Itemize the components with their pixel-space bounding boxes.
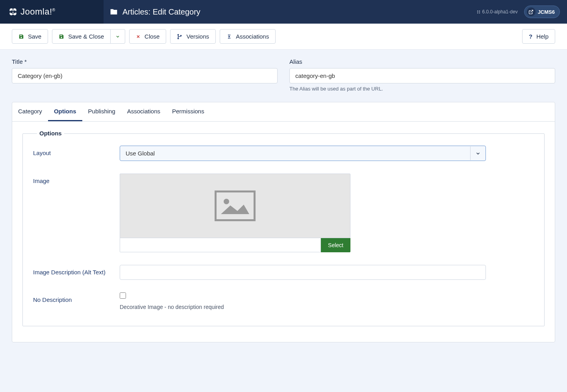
alt-text-label: Image Description (Alt Text) (33, 265, 120, 280)
svg-rect-7 (215, 190, 256, 221)
svg-point-4 (178, 34, 179, 35)
associations-icon (226, 34, 232, 39)
toolbar: Save Save & Close Close Versions Associa… (0, 24, 567, 50)
image-select-button[interactable]: Select (321, 238, 350, 252)
save-button[interactable]: Save (12, 29, 48, 44)
svg-point-3 (479, 12, 480, 13)
page-title: Articles: Edit Category (104, 7, 476, 17)
help-button[interactable]: ? Help (522, 29, 555, 44)
svg-point-2 (477, 12, 478, 13)
image-placeholder-icon (215, 190, 256, 221)
chevron-down-icon (115, 34, 120, 39)
layout-label: Layout (33, 146, 120, 161)
version-text[interactable]: 6.0.0-alpha1-dev (476, 9, 518, 15)
alias-input[interactable] (289, 68, 555, 83)
layout-select[interactable]: Use Global (120, 146, 486, 161)
svg-point-1 (479, 10, 480, 11)
tab-options[interactable]: Options (48, 102, 82, 121)
alias-hint: The Alias will be used as part of the UR… (289, 86, 555, 92)
topbar: Joomla!® Articles: Edit Category 6.0.0-a… (0, 0, 567, 24)
title-label: Title * (12, 58, 278, 65)
tab-publishing[interactable]: Publishing (82, 102, 121, 121)
topbar-right: 6.0.0-alpha1-dev JCMS6 (476, 6, 567, 18)
help-icon: ? (529, 33, 532, 40)
save-close-dropdown[interactable] (111, 29, 125, 44)
brand-text: Joomla!® (20, 7, 55, 17)
svg-point-0 (477, 10, 478, 11)
joomla-small-icon (476, 10, 481, 14)
page-title-text: Articles: Edit Category (122, 7, 200, 17)
save-close-group: Save & Close (52, 29, 125, 44)
content: Title * Alias The Alias will be used as … (0, 50, 567, 351)
tab-container: Category Options Publishing Associations… (12, 102, 555, 342)
tab-permissions[interactable]: Permissions (166, 102, 210, 121)
versions-button[interactable]: Versions (170, 29, 216, 44)
branch-icon (177, 34, 182, 39)
image-preview (120, 174, 350, 238)
external-link-icon (527, 7, 536, 16)
fieldset-legend: Options (37, 130, 64, 137)
options-fieldset: Options Layout Use Global (22, 133, 545, 326)
associations-button[interactable]: Associations (220, 29, 276, 44)
close-button[interactable]: Close (129, 29, 166, 44)
no-desc-label: No Description (33, 292, 120, 310)
no-desc-hint: Decorative Image - no description requir… (120, 304, 534, 310)
image-label: Image (33, 174, 120, 252)
tab-category[interactable]: Category (12, 102, 48, 121)
tab-associations[interactable]: Associations (121, 102, 166, 121)
no-desc-checkbox[interactable] (120, 292, 126, 299)
user-menu[interactable]: JCMS6 (524, 6, 560, 18)
save-icon (19, 34, 24, 39)
save-close-button[interactable]: Save & Close (52, 29, 111, 44)
title-input[interactable] (12, 68, 278, 83)
tab-content: Options Layout Use Global (12, 122, 555, 342)
image-path-input[interactable] (120, 238, 321, 252)
folder-icon (110, 8, 118, 16)
joomla-logo-icon (8, 7, 18, 17)
brand[interactable]: Joomla!® (0, 0, 104, 24)
svg-point-8 (224, 199, 229, 204)
svg-point-5 (178, 38, 179, 39)
alt-text-input[interactable] (120, 265, 486, 280)
tabs: Category Options Publishing Associations… (12, 102, 555, 122)
alias-label: Alias (289, 58, 555, 65)
save-icon (59, 34, 64, 39)
close-icon (136, 34, 141, 39)
